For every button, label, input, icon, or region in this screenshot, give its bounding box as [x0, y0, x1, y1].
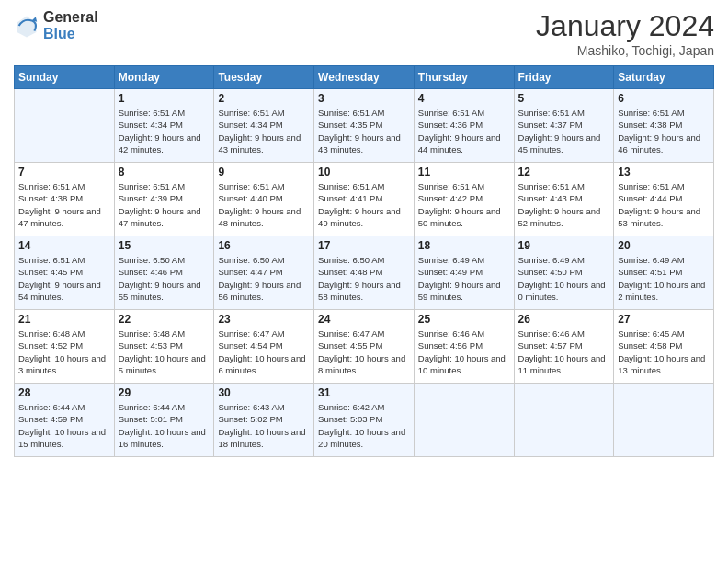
day-number: 18 — [418, 239, 510, 252]
calendar-cell: 17Sunrise: 6:50 AM Sunset: 4:48 PM Dayli… — [314, 236, 415, 310]
day-number: 14 — [18, 239, 110, 252]
calendar-cell: 8Sunrise: 6:51 AM Sunset: 4:39 PM Daylig… — [114, 163, 214, 236]
day-info: Sunrise: 6:49 AM Sunset: 4:51 PM Dayligh… — [618, 254, 710, 303]
day-info: Sunrise: 6:51 AM Sunset: 4:39 PM Dayligh… — [119, 180, 210, 229]
calendar-cell — [614, 384, 714, 457]
calendar-cell: 10Sunrise: 6:51 AM Sunset: 4:41 PM Dayli… — [314, 163, 415, 236]
logo-text: General Blue — [43, 9, 98, 41]
calendar-week-5: 28Sunrise: 6:44 AM Sunset: 4:59 PM Dayli… — [15, 384, 714, 457]
calendar-cell: 28Sunrise: 6:44 AM Sunset: 4:59 PM Dayli… — [15, 384, 115, 457]
day-info: Sunrise: 6:44 AM Sunset: 4:59 PM Dayligh… — [18, 401, 110, 450]
calendar-cell: 27Sunrise: 6:45 AM Sunset: 4:58 PM Dayli… — [614, 310, 714, 384]
weekday-thursday: Thursday — [414, 66, 514, 89]
day-info: Sunrise: 6:51 AM Sunset: 4:40 PM Dayligh… — [218, 180, 310, 229]
day-info: Sunrise: 6:51 AM Sunset: 4:38 PM Dayligh… — [18, 180, 110, 229]
location-title: Mashiko, Tochigi, Japan — [536, 43, 714, 58]
calendar-cell: 31Sunrise: 6:42 AM Sunset: 5:03 PM Dayli… — [314, 384, 415, 457]
calendar-cell: 30Sunrise: 6:43 AM Sunset: 5:02 PM Dayli… — [214, 384, 314, 457]
day-number: 8 — [119, 166, 210, 178]
day-info: Sunrise: 6:51 AM Sunset: 4:41 PM Dayligh… — [318, 180, 410, 229]
day-info: Sunrise: 6:51 AM Sunset: 4:42 PM Dayligh… — [418, 180, 510, 229]
day-number: 28 — [18, 386, 110, 399]
day-number: 26 — [518, 313, 610, 326]
day-number: 11 — [418, 166, 510, 178]
day-info: Sunrise: 6:44 AM Sunset: 5:01 PM Dayligh… — [119, 401, 210, 450]
day-info: Sunrise: 6:51 AM Sunset: 4:35 PM Dayligh… — [318, 107, 410, 155]
calendar-cell: 4Sunrise: 6:51 AM Sunset: 4:36 PM Daylig… — [414, 89, 514, 163]
day-number: 20 — [618, 239, 710, 252]
logo: General Blue — [14, 9, 98, 41]
day-info: Sunrise: 6:51 AM Sunset: 4:34 PM Dayligh… — [119, 107, 210, 155]
day-info: Sunrise: 6:50 AM Sunset: 4:47 PM Dayligh… — [218, 254, 310, 303]
day-number: 9 — [218, 166, 310, 178]
day-number: 5 — [518, 92, 610, 105]
calendar-cell: 12Sunrise: 6:51 AM Sunset: 4:43 PM Dayli… — [514, 163, 614, 236]
calendar-cell: 26Sunrise: 6:46 AM Sunset: 4:57 PM Dayli… — [514, 310, 614, 384]
day-info: Sunrise: 6:51 AM Sunset: 4:34 PM Dayligh… — [218, 107, 310, 155]
calendar-cell: 2Sunrise: 6:51 AM Sunset: 4:34 PM Daylig… — [214, 89, 314, 163]
calendar-cell: 9Sunrise: 6:51 AM Sunset: 4:40 PM Daylig… — [214, 163, 314, 236]
day-number: 7 — [18, 166, 110, 178]
calendar-cell: 16Sunrise: 6:50 AM Sunset: 4:47 PM Dayli… — [214, 236, 314, 310]
day-info: Sunrise: 6:51 AM Sunset: 4:36 PM Dayligh… — [418, 107, 510, 155]
day-number: 15 — [119, 239, 210, 252]
day-number: 31 — [318, 386, 410, 399]
page: General Blue January 2024 Mashiko, Tochi… — [0, 0, 728, 563]
calendar-week-2: 7Sunrise: 6:51 AM Sunset: 4:38 PM Daylig… — [15, 163, 714, 236]
calendar-cell: 18Sunrise: 6:49 AM Sunset: 4:49 PM Dayli… — [414, 236, 514, 310]
day-info: Sunrise: 6:49 AM Sunset: 4:50 PM Dayligh… — [518, 254, 610, 303]
calendar-cell: 11Sunrise: 6:51 AM Sunset: 4:42 PM Dayli… — [414, 163, 514, 236]
day-info: Sunrise: 6:46 AM Sunset: 4:57 PM Dayligh… — [518, 327, 610, 376]
day-info: Sunrise: 6:47 AM Sunset: 4:54 PM Dayligh… — [218, 327, 310, 376]
day-info: Sunrise: 6:51 AM Sunset: 4:37 PM Dayligh… — [518, 107, 610, 155]
month-title: January 2024 — [536, 9, 714, 43]
day-number: 3 — [318, 92, 410, 105]
day-info: Sunrise: 6:51 AM Sunset: 4:43 PM Dayligh… — [518, 180, 610, 229]
calendar-cell — [15, 89, 115, 163]
weekday-friday: Friday — [514, 66, 614, 89]
day-info: Sunrise: 6:50 AM Sunset: 4:46 PM Dayligh… — [119, 254, 210, 303]
day-number: 16 — [218, 239, 310, 252]
calendar-cell: 29Sunrise: 6:44 AM Sunset: 5:01 PM Dayli… — [114, 384, 214, 457]
calendar-cell: 1Sunrise: 6:51 AM Sunset: 4:34 PM Daylig… — [114, 89, 214, 163]
weekday-saturday: Saturday — [614, 66, 714, 89]
title-block: January 2024 Mashiko, Tochigi, Japan — [536, 9, 714, 58]
day-info: Sunrise: 6:42 AM Sunset: 5:03 PM Dayligh… — [318, 401, 410, 450]
weekday-monday: Monday — [114, 66, 214, 89]
calendar-cell: 6Sunrise: 6:51 AM Sunset: 4:38 PM Daylig… — [614, 89, 714, 163]
calendar-cell — [514, 384, 614, 457]
calendar-cell: 23Sunrise: 6:47 AM Sunset: 4:54 PM Dayli… — [214, 310, 314, 384]
calendar-week-3: 14Sunrise: 6:51 AM Sunset: 4:45 PM Dayli… — [15, 236, 714, 310]
weekday-tuesday: Tuesday — [214, 66, 314, 89]
day-number: 12 — [518, 166, 610, 178]
calendar-cell: 7Sunrise: 6:51 AM Sunset: 4:38 PM Daylig… — [15, 163, 115, 236]
logo-icon — [14, 13, 40, 39]
day-number: 2 — [218, 92, 310, 105]
calendar-cell: 5Sunrise: 6:51 AM Sunset: 4:37 PM Daylig… — [514, 89, 614, 163]
day-info: Sunrise: 6:45 AM Sunset: 4:58 PM Dayligh… — [618, 327, 710, 376]
calendar-cell: 21Sunrise: 6:48 AM Sunset: 4:52 PM Dayli… — [15, 310, 115, 384]
day-info: Sunrise: 6:46 AM Sunset: 4:56 PM Dayligh… — [418, 327, 510, 376]
day-info: Sunrise: 6:50 AM Sunset: 4:48 PM Dayligh… — [318, 254, 410, 303]
day-number: 25 — [418, 313, 510, 326]
calendar-table: SundayMondayTuesdayWednesdayThursdayFrid… — [14, 65, 714, 457]
day-info: Sunrise: 6:48 AM Sunset: 4:52 PM Dayligh… — [18, 327, 110, 376]
day-number: 4 — [418, 92, 510, 105]
day-info: Sunrise: 6:43 AM Sunset: 5:02 PM Dayligh… — [218, 401, 310, 450]
day-number: 21 — [18, 313, 110, 326]
weekday-header-row: SundayMondayTuesdayWednesdayThursdayFrid… — [15, 66, 714, 89]
calendar-cell: 3Sunrise: 6:51 AM Sunset: 4:35 PM Daylig… — [314, 89, 415, 163]
day-info: Sunrise: 6:51 AM Sunset: 4:45 PM Dayligh… — [18, 254, 110, 303]
calendar-cell: 15Sunrise: 6:50 AM Sunset: 4:46 PM Dayli… — [114, 236, 214, 310]
day-info: Sunrise: 6:49 AM Sunset: 4:49 PM Dayligh… — [418, 254, 510, 303]
calendar-cell: 13Sunrise: 6:51 AM Sunset: 4:44 PM Dayli… — [614, 163, 714, 236]
day-number: 1 — [119, 92, 210, 105]
calendar-week-1: 1Sunrise: 6:51 AM Sunset: 4:34 PM Daylig… — [15, 89, 714, 163]
day-info: Sunrise: 6:47 AM Sunset: 4:55 PM Dayligh… — [318, 327, 410, 376]
calendar-cell: 19Sunrise: 6:49 AM Sunset: 4:50 PM Dayli… — [514, 236, 614, 310]
day-number: 22 — [119, 313, 210, 326]
calendar-cell: 22Sunrise: 6:48 AM Sunset: 4:53 PM Dayli… — [114, 310, 214, 384]
calendar-cell: 24Sunrise: 6:47 AM Sunset: 4:55 PM Dayli… — [314, 310, 415, 384]
calendar-cell: 20Sunrise: 6:49 AM Sunset: 4:51 PM Dayli… — [614, 236, 714, 310]
day-info: Sunrise: 6:48 AM Sunset: 4:53 PM Dayligh… — [119, 327, 210, 376]
